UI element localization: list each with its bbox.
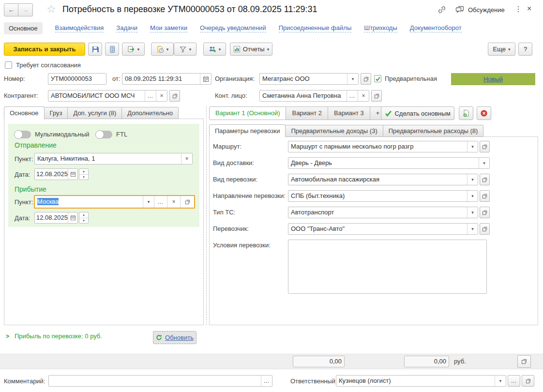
clear-icon[interactable]: ×: [358, 90, 369, 101]
contact-person-open-button[interactable]: [371, 90, 382, 102]
more-menu-dots-icon[interactable]: ⋮: [514, 4, 522, 14]
favorite-star-icon[interactable]: ☆: [46, 3, 56, 15]
spin-up-icon[interactable]: ▴: [79, 212, 88, 218]
number-field[interactable]: УТМ00000053: [48, 73, 106, 85]
open-icon[interactable]: [180, 196, 194, 208]
tab-cargo[interactable]: Груз: [45, 107, 68, 119]
clear-icon[interactable]: ×: [167, 196, 180, 208]
comment-field[interactable]: …: [48, 375, 272, 387]
status-new-link[interactable]: Новый: [483, 75, 503, 83]
contractor-open-button[interactable]: [169, 90, 180, 102]
nav-item-barcodes[interactable]: Штрихкоды: [364, 24, 397, 32]
help-button[interactable]: ?: [518, 43, 532, 56]
arrival-point-field[interactable]: Москва ▾ … ×: [34, 195, 195, 209]
conditions-textarea[interactable]: [288, 240, 487, 294]
delete-variant-button[interactable]: [477, 106, 491, 120]
tab-main[interactable]: Основное: [4, 106, 45, 120]
make-main-button[interactable]: Сделать основным: [381, 106, 454, 120]
multimodal-toggle[interactable]: [15, 131, 31, 138]
organization-field[interactable]: Мегатранс ООО ▾: [259, 73, 359, 85]
carrier-field[interactable]: ООО "Транс-Авто" ▾: [288, 223, 478, 235]
refresh-button[interactable]: Обновить: [153, 331, 196, 344]
select-ellipsis-icon[interactable]: …: [261, 376, 272, 386]
direction-field[interactable]: СПБ (быт.техника) ▾: [288, 190, 478, 202]
transport-kind-field[interactable]: Автомобильная пассажирская ▾: [288, 174, 478, 185]
total-amount-field[interactable]: 0,00: [293, 356, 345, 367]
transport-kind-open-button[interactable]: [480, 174, 490, 185]
contractor-field[interactable]: АВТОМОБИЛИСТ ООО МСЧ … ×: [48, 90, 167, 102]
select-ellipsis-icon[interactable]: …: [347, 90, 358, 101]
nav-item-notification-queue[interactable]: Очередь уведомлений: [200, 24, 266, 32]
copy-variant-button[interactable]: [459, 106, 473, 120]
tab-additional[interactable]: Дополнительно: [122, 107, 179, 119]
spin-down-icon[interactable]: ▾: [79, 175, 88, 180]
select-ellipsis-icon[interactable]: …: [145, 90, 156, 101]
route-open-button[interactable]: [480, 141, 490, 152]
preliminary-checkbox[interactable]: [374, 75, 381, 82]
total-sum-field[interactable]: 0,00: [404, 356, 449, 367]
filter-button[interactable]: ▾: [174, 43, 196, 56]
spin-down-icon[interactable]: ▾: [79, 218, 88, 224]
close-icon[interactable]: ×: [527, 4, 531, 13]
panel-splitter[interactable]: [206, 106, 207, 325]
more-button[interactable]: Еще ▾: [488, 43, 515, 56]
dropdown-icon[interactable]: ▾: [479, 158, 489, 168]
spin-up-icon[interactable]: ▴: [79, 169, 88, 175]
nav-item-interactions[interactable]: Взаимодействия: [55, 24, 104, 32]
create-based-on-button[interactable]: ▾: [122, 43, 145, 56]
calendar-icon[interactable]: [68, 212, 77, 223]
get-link-button[interactable]: [437, 5, 447, 15]
nav-item-main[interactable]: Основное: [4, 22, 43, 34]
delivery-kind-field[interactable]: Дверь - Дверь ▾: [288, 157, 490, 169]
tab-additional-services[interactable]: Доп. услуги (8): [68, 107, 122, 119]
forward-button[interactable]: →: [18, 3, 33, 16]
tab-preliminary-income[interactable]: Предварительные доходы (3): [286, 125, 383, 137]
vehicle-type-open-button[interactable]: [480, 207, 490, 218]
tab-variant-1[interactable]: Вариант 1 (Основной): [209, 106, 286, 120]
requires-approval-checkbox[interactable]: [5, 61, 12, 69]
dropdown-icon[interactable]: ▾: [467, 207, 478, 218]
direction-open-button[interactable]: [480, 190, 490, 202]
nav-item-tasks[interactable]: Задачи: [116, 24, 137, 32]
calendar-icon[interactable]: [68, 169, 77, 180]
responsible-field[interactable]: Кузнецов (логист) ▾: [336, 375, 506, 387]
vehicle-type-field[interactable]: Автотранспорт ▾: [288, 207, 478, 218]
select-ellipsis-icon[interactable]: …: [154, 196, 167, 208]
responsible-select-button[interactable]: …: [508, 375, 520, 387]
nav-item-attached-files[interactable]: Присоединенные файлы: [279, 24, 352, 32]
responsible-open-button[interactable]: [522, 375, 534, 387]
tab-preliminary-expenses[interactable]: Предварительные расходы (8): [383, 125, 484, 137]
route-field[interactable]: Маршурт с парными несколько погр разгр ▾: [288, 141, 478, 152]
contact-person-field[interactable]: Сметанина Анна Петровна … ×: [259, 90, 369, 102]
back-button[interactable]: ←: [4, 3, 18, 16]
dropdown-icon[interactable]: ▾: [467, 191, 478, 201]
tab-transport-parameters[interactable]: Параметры перевозки: [209, 124, 286, 137]
carrier-open-button[interactable]: [480, 223, 490, 235]
arrival-date-spinner[interactable]: ▴ ▾: [79, 212, 89, 224]
clear-icon[interactable]: ×: [156, 90, 167, 101]
ftl-toggle[interactable]: [96, 131, 112, 138]
arrival-date-field[interactable]: 12.08.2025: [34, 212, 78, 224]
schedule-button[interactable]: ▾: [151, 43, 174, 56]
dropdown-icon[interactable]: ▾: [467, 174, 478, 185]
departure-point-field[interactable]: Калуга, Никитина, 1 ×: [34, 153, 193, 165]
organization-open-button[interactable]: [361, 73, 371, 85]
nav-item-notes[interactable]: Мои заметки: [150, 24, 187, 32]
totals-open-button[interactable]: [517, 355, 531, 368]
dropdown-icon[interactable]: ▾: [495, 376, 506, 386]
clear-icon[interactable]: ×: [181, 153, 192, 164]
reports-button[interactable]: Отчеты ▾: [230, 43, 272, 56]
dropdown-icon[interactable]: ▾: [143, 196, 154, 208]
document-list-button[interactable]: [105, 43, 119, 56]
profit-expander-chevron-icon[interactable]: >: [6, 333, 9, 340]
tab-variant-2[interactable]: Вариант 2: [286, 106, 328, 120]
discussion-button[interactable]: Обсуждение: [455, 5, 505, 15]
save-button[interactable]: [88, 43, 102, 56]
save-and-close-button[interactable]: Записать и закрыть: [4, 43, 85, 56]
dropdown-icon[interactable]: ▾: [347, 74, 358, 84]
departure-date-spinner[interactable]: ▴ ▾: [79, 168, 89, 180]
assign-performer-button[interactable]: ▾: [203, 43, 226, 56]
dropdown-icon[interactable]: ▾: [467, 224, 478, 234]
calendar-icon[interactable]: [200, 74, 211, 84]
dropdown-icon[interactable]: ▾: [467, 141, 478, 152]
